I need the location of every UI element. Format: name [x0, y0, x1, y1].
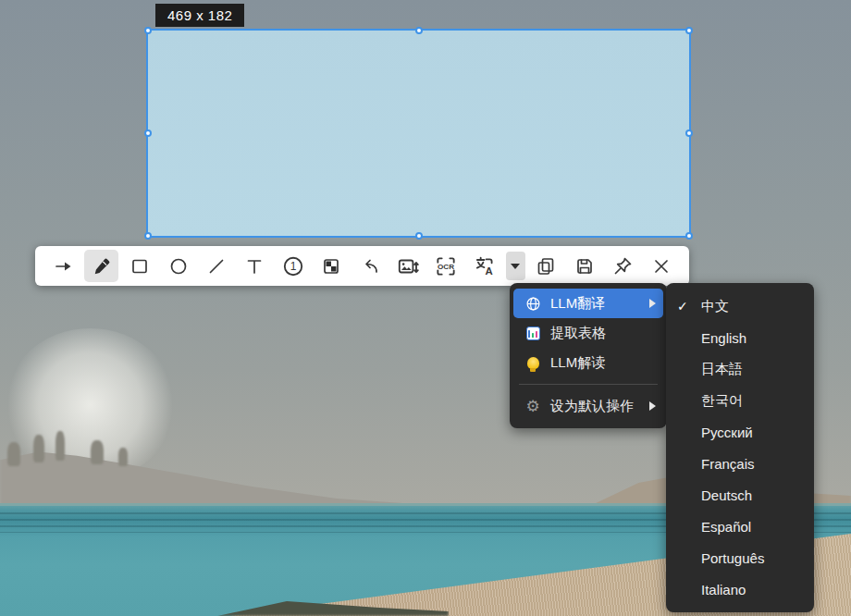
menu-item-label: LLM翻译: [550, 295, 649, 313]
language-item-portuguese[interactable]: Português: [666, 542, 814, 573]
menu-separator: [519, 384, 658, 385]
save-icon: [574, 255, 596, 277]
language-item-japanese[interactable]: 日本語: [666, 353, 814, 385]
language-label: Deutsch: [701, 487, 752, 503]
menu-item-label: 设为默认操作: [550, 398, 649, 415]
translate-button[interactable]: A: [467, 250, 501, 282]
resize-handle-w[interactable]: [144, 129, 152, 137]
mosaic-tool-button[interactable]: [314, 250, 349, 282]
number-badge-tool-button[interactable]: 1: [276, 250, 310, 282]
resize-handle-sw[interactable]: [144, 232, 152, 240]
language-item-french[interactable]: Français: [666, 448, 814, 479]
ocr-button[interactable]: OCR: [429, 250, 463, 282]
menu-item-extract-table[interactable]: 提取表格: [513, 318, 663, 348]
screenshot-toolbar: 1 OCR A: [35, 246, 689, 286]
undo-icon: [359, 255, 381, 277]
submenu-arrow-icon: [649, 299, 656, 308]
number-one-icon: 1: [281, 254, 305, 278]
menu-item-set-default-action[interactable]: ⚙ 设为默认操作: [513, 391, 663, 421]
action-context-menu: LLM翻译 提取表格 LLM解读 ⚙ 设为默认操作: [510, 283, 667, 428]
rectangle-tool-button[interactable]: [123, 250, 157, 282]
language-label: 中文: [701, 298, 729, 315]
language-label: 한국어: [701, 392, 743, 410]
undo-button[interactable]: [352, 250, 387, 282]
language-label: Русский: [701, 425, 753, 440]
translate-dropdown-button[interactable]: [506, 252, 525, 280]
ocr-icon: OCR: [434, 254, 458, 278]
language-label: Italiano: [701, 582, 746, 598]
save-button[interactable]: [567, 250, 601, 282]
line-tool-button[interactable]: [200, 250, 234, 282]
arrow-tool-button[interactable]: [46, 250, 80, 282]
close-icon: [650, 255, 672, 277]
screenshot-selection-region[interactable]: [146, 29, 691, 238]
language-item-italian[interactable]: Italiano: [666, 573, 814, 605]
language-label: Français: [701, 456, 755, 472]
language-label: 日本語: [701, 361, 743, 378]
language-label: English: [701, 330, 746, 346]
image-resize-button[interactable]: [390, 250, 425, 282]
tree: [118, 448, 128, 466]
tree: [7, 442, 20, 466]
resize-handle-nw[interactable]: [144, 27, 152, 34]
translate-icon: A: [473, 254, 497, 278]
pin-icon: [611, 255, 634, 277]
text-icon: [243, 255, 265, 277]
svg-text:OCR: OCR: [438, 263, 454, 271]
globe-icon: [524, 295, 541, 312]
language-submenu: ✓ 中文 English 日本語 한국어 Русский Français De…: [666, 283, 814, 612]
checkmark-icon: ✓: [677, 299, 696, 314]
pin-button[interactable]: [606, 250, 640, 282]
copy-icon: [535, 255, 557, 277]
ellipse-icon: [167, 255, 190, 277]
language-item-english[interactable]: English: [666, 322, 814, 353]
language-label: Español: [701, 519, 751, 535]
menu-item-label: LLM解读: [550, 354, 656, 372]
selection-size-badge: 469 x 182: [155, 4, 244, 27]
ellipse-tool-button[interactable]: [161, 250, 195, 282]
resize-handle-n[interactable]: [415, 27, 423, 34]
rectangle-icon: [129, 255, 151, 277]
line-icon: [205, 255, 228, 277]
language-item-korean[interactable]: 한국어: [666, 385, 814, 416]
resize-handle-se[interactable]: [685, 232, 693, 240]
text-tool-button[interactable]: [238, 250, 272, 282]
mosaic-icon: [320, 255, 342, 277]
tree: [33, 435, 44, 462]
language-item-russian[interactable]: Русский: [666, 416, 814, 448]
close-button[interactable]: [644, 250, 678, 282]
tree: [56, 431, 65, 461]
table-icon: [524, 325, 541, 341]
submenu-arrow-icon: [649, 401, 656, 411]
resize-handle-e[interactable]: [685, 129, 693, 137]
lightbulb-icon: [524, 354, 541, 371]
resize-handle-ne[interactable]: [685, 27, 693, 34]
chevron-down-icon: [511, 264, 520, 269]
language-item-spanish[interactable]: Español: [666, 511, 814, 542]
pencil-icon: [91, 255, 113, 277]
pencil-tool-button[interactable]: [84, 250, 118, 282]
arrow-icon: [53, 255, 75, 277]
svg-text:1: 1: [290, 260, 296, 273]
svg-text:A: A: [485, 265, 492, 277]
image-resize-icon: [396, 254, 420, 278]
gear-icon: ⚙: [524, 398, 541, 414]
tree: [91, 440, 104, 464]
menu-item-llm-translate[interactable]: LLM翻译: [513, 289, 663, 318]
language-item-german[interactable]: Deutsch: [666, 479, 814, 511]
menu-item-llm-interpret[interactable]: LLM解读: [513, 348, 663, 377]
menu-item-label: 提取表格: [550, 325, 656, 342]
language-label: Português: [701, 550, 764, 566]
copy-button[interactable]: [529, 250, 563, 282]
language-item-chinese[interactable]: ✓ 中文: [666, 290, 814, 322]
resize-handle-s[interactable]: [415, 232, 423, 240]
